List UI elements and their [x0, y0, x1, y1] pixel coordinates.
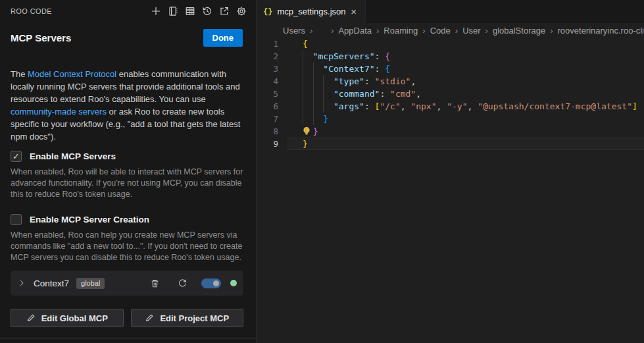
indent-guide: [323, 88, 324, 100]
page-title: MCP Servers: [11, 32, 71, 43]
line-number: 5: [257, 88, 287, 100]
code-line: 3 "Context7": {: [257, 63, 644, 75]
mcp-servers-icon[interactable]: [184, 5, 197, 18]
breadcrumb-separator: ›: [422, 26, 425, 36]
enable-mcp-servers-checkbox[interactable]: ✓: [11, 151, 22, 162]
line-number: 4: [257, 75, 287, 88]
enable-mcp-creation-label[interactable]: Enable MCP Server Creation: [30, 215, 149, 224]
enable-mcp-servers-row: ✓ Enable MCP Servers: [11, 149, 116, 163]
breadcrumb-item[interactable]: Roaming: [384, 26, 418, 36]
server-enabled-toggle[interactable]: [201, 278, 221, 288]
code-line: 8 }: [257, 125, 644, 138]
breadcrumb-item[interactable]: globalStorage: [493, 26, 545, 36]
line-number: 6: [257, 100, 287, 113]
breadcrumb-item[interactable]: Users: [283, 26, 305, 36]
indent-guide: [313, 113, 314, 125]
edit-project-mcp-button[interactable]: Edit Project MCP: [131, 309, 244, 327]
line-content: "args": ["/c", "npx", "-y", "@upstash/co…: [287, 100, 644, 113]
history-icon[interactable]: [201, 5, 214, 18]
enable-mcp-creation-checkbox[interactable]: ✓: [11, 214, 22, 225]
server-row-context7[interactable]: Context7 global: [11, 271, 243, 296]
tab-filename: mcp_settings.json: [277, 7, 345, 16]
indent-guide: [303, 75, 303, 88]
indent-guide: [313, 63, 314, 75]
indent-guide: [303, 100, 303, 113]
panel-topbar: ROO CODE: [0, 0, 256, 22]
enable-mcp-creation-row: ✓ Enable MCP Server Creation: [11, 213, 149, 226]
line-number: 2: [257, 50, 287, 63]
server-name: Context7: [34, 278, 69, 288]
indent-guide: [313, 100, 314, 113]
doc-link[interactable]: community-made servers: [11, 107, 107, 117]
restart-server-icon[interactable]: [176, 277, 188, 289]
doc-link[interactable]: Model Context Protocol: [28, 69, 116, 79]
line-number: 9: [257, 138, 287, 150]
line-content: "command": "cmd",: [287, 88, 644, 100]
editor-group: {} mcp_settings.json × Users››AppData›Ro…: [257, 0, 644, 343]
pencil-icon: [26, 313, 36, 323]
server-status-dot: [230, 280, 237, 286]
delete-server-icon[interactable]: [149, 277, 161, 289]
indent-guide: [303, 63, 303, 75]
tab-bar: {} mcp_settings.json ×: [257, 0, 644, 23]
edit-mcp-buttons: Edit Global MCP Edit Project MCP: [11, 309, 243, 327]
line-content: }: [287, 125, 644, 138]
enable-mcp-servers-label[interactable]: Enable MCP Servers: [30, 151, 116, 161]
breadcrumb-separator: ›: [550, 26, 553, 36]
done-button[interactable]: Done: [203, 29, 243, 47]
close-tab-icon[interactable]: ×: [349, 5, 359, 18]
code-editor[interactable]: 1{2 "mcpServers": {3 "Context7": {4 "typ…: [257, 38, 644, 343]
code-line: 5 "command": "cmd",: [257, 88, 644, 100]
breadcrumb-separator: ›: [331, 26, 334, 36]
toggle-knob: [213, 280, 219, 286]
line-content: "mcpServers": {: [287, 50, 644, 63]
line-content: {: [287, 38, 644, 50]
line-content: }: [287, 113, 644, 125]
line-content: }: [287, 138, 644, 150]
code-line: 9}: [257, 138, 644, 150]
line-content: "type": "stdio",: [287, 75, 644, 88]
line-number: 8: [257, 125, 287, 138]
extension-title: ROO CODE: [11, 7, 52, 15]
notebook-icon[interactable]: [166, 5, 180, 18]
open-external-icon[interactable]: [218, 5, 231, 18]
gear-icon[interactable]: [235, 5, 248, 18]
chevron-right-icon[interactable]: [16, 277, 28, 289]
breadcrumb-item[interactable]: AppData: [338, 26, 372, 36]
tab-mcp-settings-json[interactable]: {} mcp_settings.json ×: [257, 0, 366, 23]
scope-badge: global: [76, 278, 105, 289]
lightbulb-icon[interactable]: [302, 126, 312, 136]
breadcrumb-separator: ›: [455, 26, 458, 36]
plus-icon[interactable]: [149, 5, 162, 18]
line-content: "Context7": {: [287, 63, 644, 75]
breadcrumb-separator: ›: [485, 26, 488, 36]
line-number: 7: [257, 113, 287, 125]
breadcrumb: Users››AppData›Roaming›Code›User›globalS…: [257, 23, 644, 38]
code-line: 6 "args": ["/c", "npx", "-y", "@upstash/…: [257, 100, 644, 113]
breadcrumb-item[interactable]: rooveterinaryinc.roo-cli: [558, 26, 644, 36]
mcp-description: The Model Context Protocol enables commu…: [11, 68, 246, 143]
indent-guide: [313, 88, 314, 100]
indent-guide: [303, 113, 303, 125]
edit-global-mcp-button[interactable]: Edit Global MCP: [11, 309, 124, 327]
roo-code-mcp-panel: ROO CODE: [0, 0, 257, 343]
indent-guide: [323, 100, 324, 113]
pencil-icon: [145, 313, 154, 323]
code-line: 2 "mcpServers": {: [257, 50, 644, 63]
code-line: 1{: [257, 38, 644, 50]
code-line: 4 "type": "stdio",: [257, 75, 644, 88]
indent-guide: [303, 88, 303, 100]
enable-mcp-servers-description: When enabled, Roo will be able to intera…: [11, 167, 243, 200]
line-number: 1: [257, 38, 287, 50]
indent-guide: [323, 75, 324, 88]
breadcrumb-separator: ›: [376, 26, 379, 36]
breadcrumb-item[interactable]: Code: [430, 26, 451, 36]
code-line: 7 }: [257, 113, 644, 125]
intro-text: The: [11, 69, 28, 79]
topbar-icon-group: [149, 5, 248, 18]
breadcrumb-item[interactable]: User: [462, 26, 480, 36]
breadcrumb-separator: ›: [310, 26, 312, 36]
indent-guide: [313, 75, 314, 88]
line-number: 3: [257, 63, 287, 75]
indent-guide: [303, 50, 303, 63]
